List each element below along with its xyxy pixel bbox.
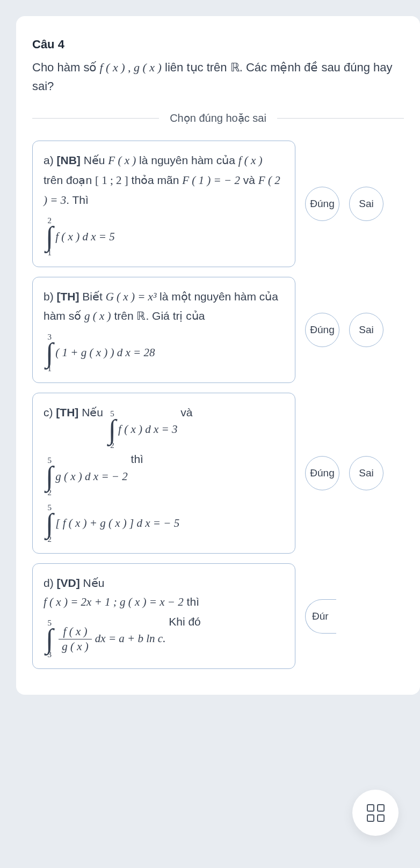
false-button-c[interactable]: Sai (349, 456, 383, 490)
question-prompt: Cho hàm số f ( x ) , g ( x ) liên tục tr… (32, 58, 404, 95)
true-button-d-partial[interactable]: Đúr (305, 599, 336, 634)
true-button-c[interactable]: Đúng (305, 456, 339, 490)
instruction-divider: Chọn đúng hoặc sai (32, 112, 404, 124)
true-button-a[interactable]: Đúng (305, 187, 339, 221)
option-a: a) [NB] Nếu F ( x ) là nguyên hàm của f … (32, 141, 295, 267)
fraction: f ( x ) g ( x ) (59, 626, 92, 653)
integral-symbol: 5 ∫ 3 (46, 619, 53, 659)
integral-symbol: 5 ∫ 2 (108, 410, 116, 450)
option-row-b: b) [TH] Biết G ( x ) = x³ là một nguyên … (32, 277, 404, 384)
question-number: Câu 4 (32, 38, 404, 52)
integral-symbol: 3 ∫ 1 (46, 333, 53, 373)
option-row-c: c) [TH] Nếu 5 ∫ 2 f ( x ) d x = 3 và 5 ∫… (32, 393, 404, 554)
option-row-d: d) [VD] Nếu f ( x ) = 2x + 1 ; g ( x ) =… (32, 563, 404, 670)
option-row-a: a) [NB] Nếu F ( x ) là nguyên hàm của f … (32, 141, 404, 267)
question-card: Câu 4 Cho hàm số f ( x ) , g ( x ) liên … (16, 16, 420, 695)
false-button-b[interactable]: Sai (349, 313, 383, 347)
integral-symbol: 5 ∫ 2 (46, 457, 53, 496)
integral-symbol: 5 ∫ 2 (46, 504, 53, 543)
option-b: b) [TH] Biết G ( x ) = x³ là một nguyên … (32, 277, 295, 384)
option-c: c) [TH] Nếu 5 ∫ 2 f ( x ) d x = 3 và 5 ∫… (32, 393, 295, 554)
instruction-text: Chọn đúng hoặc sai (159, 112, 277, 124)
option-d: d) [VD] Nếu f ( x ) = 2x + 1 ; g ( x ) =… (32, 563, 295, 670)
true-button-b[interactable]: Đúng (305, 313, 339, 347)
integral-symbol: 2 ∫ 1 (46, 217, 53, 256)
false-button-a[interactable]: Sai (349, 187, 383, 221)
